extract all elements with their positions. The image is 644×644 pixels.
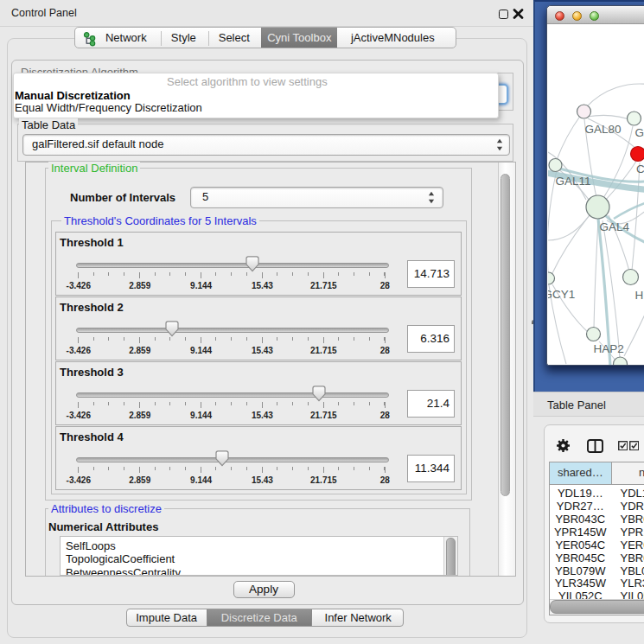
svg-text:GAL2: GAL2: [634, 126, 644, 139]
svg-text:GAL4: GAL4: [599, 220, 629, 233]
svg-text:HI: HI: [634, 289, 644, 302]
svg-text:CY: CY: [636, 163, 644, 175]
svg-text:HAP2: HAP2: [593, 342, 623, 355]
svg-text:GAL80: GAL80: [584, 123, 621, 136]
svg-text:GCY1: GCY1: [548, 288, 575, 301]
svg-text:GAL11: GAL11: [555, 175, 590, 188]
